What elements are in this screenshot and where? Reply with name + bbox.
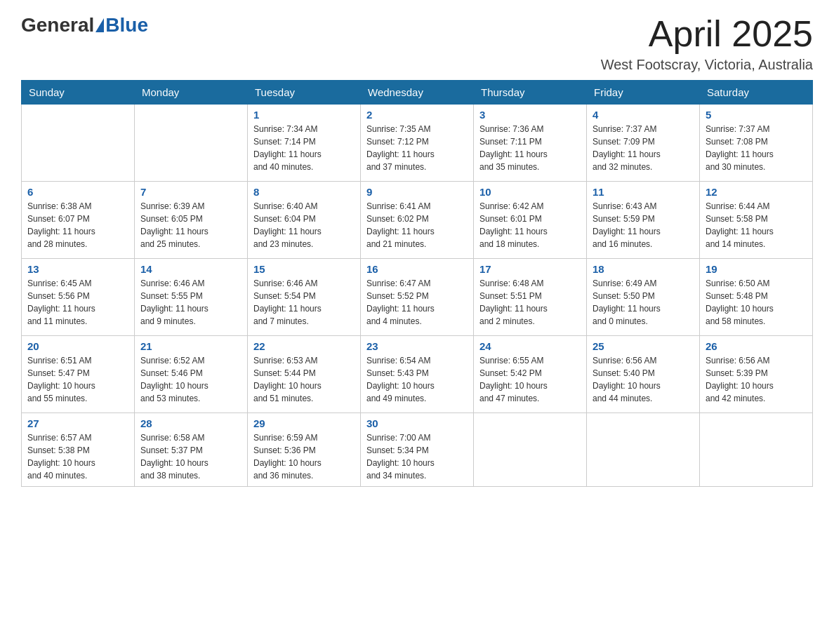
day-number: 24: [479, 340, 581, 352]
day-info: Sunrise: 7:37 AMSunset: 7:09 PMDaylight:…: [593, 123, 694, 173]
day-number: 4: [593, 109, 694, 121]
day-info: Sunrise: 6:50 AMSunset: 5:48 PMDaylight:…: [706, 277, 807, 328]
day-number: 22: [253, 340, 355, 352]
calendar-cell: 15Sunrise: 6:46 AMSunset: 5:54 PMDayligh…: [248, 259, 361, 336]
day-number: 15: [253, 263, 355, 275]
day-number: 5: [706, 109, 807, 121]
day-info: Sunrise: 6:43 AMSunset: 5:59 PMDaylight:…: [593, 200, 694, 250]
day-info: Sunrise: 7:35 AMSunset: 7:12 PMDaylight:…: [366, 123, 468, 173]
day-info: Sunrise: 6:54 AMSunset: 5:43 PMDaylight:…: [366, 354, 468, 405]
calendar-week-row: 27Sunrise: 6:57 AMSunset: 5:38 PMDayligh…: [22, 413, 813, 487]
calendar-cell: 12Sunrise: 6:44 AMSunset: 5:58 PMDayligh…: [700, 182, 813, 259]
day-info: Sunrise: 6:45 AMSunset: 5:56 PMDaylight:…: [27, 277, 128, 328]
day-info: Sunrise: 6:38 AMSunset: 6:07 PMDaylight:…: [27, 200, 128, 250]
calendar-cell: 20Sunrise: 6:51 AMSunset: 5:47 PMDayligh…: [22, 336, 135, 413]
day-info: Sunrise: 6:56 AMSunset: 5:39 PMDaylight:…: [706, 354, 807, 405]
day-info: Sunrise: 6:46 AMSunset: 5:55 PMDaylight:…: [140, 277, 241, 328]
calendar-cell: [474, 413, 587, 487]
day-info: Sunrise: 7:00 AMSunset: 5:34 PMDaylight:…: [366, 431, 468, 482]
day-info: Sunrise: 6:58 AMSunset: 5:37 PMDaylight:…: [140, 431, 241, 482]
logo-general-text: General: [21, 14, 94, 36]
day-number: 9: [366, 186, 468, 198]
calendar-cell: 4Sunrise: 7:37 AMSunset: 7:09 PMDaylight…: [587, 105, 700, 182]
day-number: 8: [253, 186, 355, 198]
day-number: 12: [706, 186, 807, 198]
calendar-cell: 17Sunrise: 6:48 AMSunset: 5:51 PMDayligh…: [474, 259, 587, 336]
day-info: Sunrise: 6:56 AMSunset: 5:40 PMDaylight:…: [593, 354, 694, 405]
day-number: 17: [479, 263, 581, 275]
logo: General Blue: [21, 14, 148, 36]
day-number: 21: [140, 340, 241, 352]
day-info: Sunrise: 6:40 AMSunset: 6:04 PMDaylight:…: [253, 200, 355, 250]
day-info: Sunrise: 6:44 AMSunset: 5:58 PMDaylight:…: [706, 200, 807, 250]
calendar-cell: 30Sunrise: 7:00 AMSunset: 5:34 PMDayligh…: [361, 413, 474, 487]
day-number: 13: [27, 263, 128, 275]
day-number: 30: [366, 417, 468, 429]
calendar-week-row: 20Sunrise: 6:51 AMSunset: 5:47 PMDayligh…: [22, 336, 813, 413]
day-info: Sunrise: 6:51 AMSunset: 5:47 PMDaylight:…: [27, 354, 128, 405]
day-info: Sunrise: 7:34 AMSunset: 7:14 PMDaylight:…: [253, 123, 355, 173]
day-number: 28: [140, 417, 241, 429]
calendar-cell: 25Sunrise: 6:56 AMSunset: 5:40 PMDayligh…: [587, 336, 700, 413]
calendar-cell: [135, 105, 248, 182]
day-info: Sunrise: 7:37 AMSunset: 7:08 PMDaylight:…: [706, 123, 807, 173]
day-number: 23: [366, 340, 468, 352]
day-info: Sunrise: 7:36 AMSunset: 7:11 PMDaylight:…: [479, 123, 581, 173]
calendar-cell: 3Sunrise: 7:36 AMSunset: 7:11 PMDaylight…: [474, 105, 587, 182]
calendar-cell: 29Sunrise: 6:59 AMSunset: 5:36 PMDayligh…: [248, 413, 361, 487]
location-title: West Footscray, Victoria, Australia: [601, 57, 813, 73]
day-info: Sunrise: 6:57 AMSunset: 5:38 PMDaylight:…: [27, 431, 128, 482]
calendar-cell: 1Sunrise: 7:34 AMSunset: 7:14 PMDaylight…: [248, 105, 361, 182]
day-number: 20: [27, 340, 128, 352]
calendar-cell: 22Sunrise: 6:53 AMSunset: 5:44 PMDayligh…: [248, 336, 361, 413]
day-info: Sunrise: 6:47 AMSunset: 5:52 PMDaylight:…: [366, 277, 468, 328]
calendar-cell: [587, 413, 700, 487]
calendar-cell: 6Sunrise: 6:38 AMSunset: 6:07 PMDaylight…: [22, 182, 135, 259]
day-number: 25: [593, 340, 694, 352]
header-day-sunday: Sunday: [22, 81, 135, 105]
calendar-cell: 13Sunrise: 6:45 AMSunset: 5:56 PMDayligh…: [22, 259, 135, 336]
day-number: 11: [593, 186, 694, 198]
header-day-friday: Friday: [587, 81, 700, 105]
calendar-cell: 24Sunrise: 6:55 AMSunset: 5:42 PMDayligh…: [474, 336, 587, 413]
day-number: 3: [479, 109, 581, 121]
calendar-cell: 27Sunrise: 6:57 AMSunset: 5:38 PMDayligh…: [22, 413, 135, 487]
day-number: 16: [366, 263, 468, 275]
calendar-week-row: 6Sunrise: 6:38 AMSunset: 6:07 PMDaylight…: [22, 182, 813, 259]
calendar-week-row: 13Sunrise: 6:45 AMSunset: 5:56 PMDayligh…: [22, 259, 813, 336]
page-header: General Blue April 2025 West Footscray, …: [21, 14, 813, 73]
calendar-cell: 14Sunrise: 6:46 AMSunset: 5:55 PMDayligh…: [135, 259, 248, 336]
calendar-cell: 10Sunrise: 6:42 AMSunset: 6:01 PMDayligh…: [474, 182, 587, 259]
day-info: Sunrise: 6:48 AMSunset: 5:51 PMDaylight:…: [479, 277, 581, 328]
day-info: Sunrise: 6:52 AMSunset: 5:46 PMDaylight:…: [140, 354, 241, 405]
calendar-cell: [22, 105, 135, 182]
calendar-header-row: SundayMondayTuesdayWednesdayThursdayFrid…: [22, 81, 813, 105]
day-info: Sunrise: 6:49 AMSunset: 5:50 PMDaylight:…: [593, 277, 694, 328]
day-number: 14: [140, 263, 241, 275]
day-info: Sunrise: 6:41 AMSunset: 6:02 PMDaylight:…: [366, 200, 468, 250]
calendar-cell: 19Sunrise: 6:50 AMSunset: 5:48 PMDayligh…: [700, 259, 813, 336]
title-block: April 2025 West Footscray, Victoria, Aus…: [601, 14, 813, 73]
calendar-cell: 11Sunrise: 6:43 AMSunset: 5:59 PMDayligh…: [587, 182, 700, 259]
day-number: 27: [27, 417, 128, 429]
calendar-week-row: 1Sunrise: 7:34 AMSunset: 7:14 PMDaylight…: [22, 105, 813, 182]
calendar-cell: 26Sunrise: 6:56 AMSunset: 5:39 PMDayligh…: [700, 336, 813, 413]
header-day-monday: Monday: [135, 81, 248, 105]
header-day-thursday: Thursday: [474, 81, 587, 105]
day-info: Sunrise: 6:55 AMSunset: 5:42 PMDaylight:…: [479, 354, 581, 405]
calendar-cell: 5Sunrise: 7:37 AMSunset: 7:08 PMDaylight…: [700, 105, 813, 182]
logo-blue-text: Blue: [105, 14, 148, 36]
calendar-cell: 8Sunrise: 6:40 AMSunset: 6:04 PMDaylight…: [248, 182, 361, 259]
calendar-cell: 2Sunrise: 7:35 AMSunset: 7:12 PMDaylight…: [361, 105, 474, 182]
calendar-cell: 16Sunrise: 6:47 AMSunset: 5:52 PMDayligh…: [361, 259, 474, 336]
day-number: 19: [706, 263, 807, 275]
calendar-table: SundayMondayTuesdayWednesdayThursdayFrid…: [21, 80, 813, 487]
day-number: 1: [253, 109, 355, 121]
day-number: 2: [366, 109, 468, 121]
calendar-cell: [700, 413, 813, 487]
day-number: 7: [140, 186, 241, 198]
calendar-cell: 23Sunrise: 6:54 AMSunset: 5:43 PMDayligh…: [361, 336, 474, 413]
calendar-cell: 9Sunrise: 6:41 AMSunset: 6:02 PMDaylight…: [361, 182, 474, 259]
calendar-cell: 18Sunrise: 6:49 AMSunset: 5:50 PMDayligh…: [587, 259, 700, 336]
day-number: 26: [706, 340, 807, 352]
